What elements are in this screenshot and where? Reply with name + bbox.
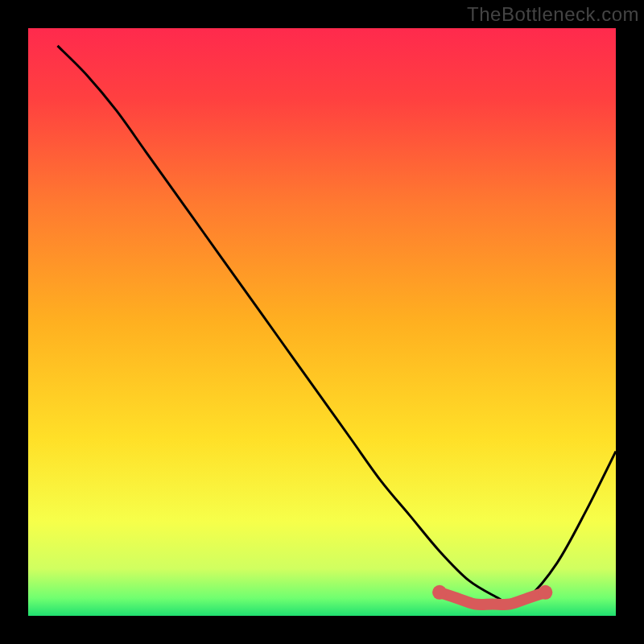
highlight-endpoint-dot [432, 585, 447, 600]
plot-background [28, 28, 616, 616]
highlight-endpoint-dot [538, 585, 552, 600]
chart-container: TheBottleneck.com [0, 0, 644, 644]
watermark-text: TheBottleneck.com [467, 3, 639, 26]
bottleneck-chart [0, 0, 644, 644]
